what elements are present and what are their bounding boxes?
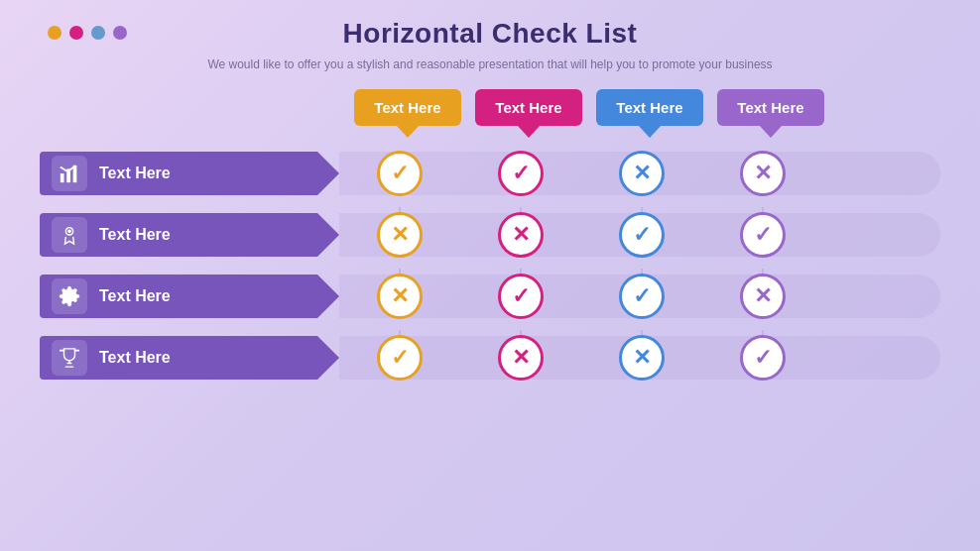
row-label-text-3: Text Here (99, 287, 171, 305)
data-row-3: Text Here✕✓✓✕ (40, 269, 940, 324)
data-rows: Text Here✓✓✕✕Text Here✕✕✓✓Text Here✕✓✓✕T… (40, 146, 940, 386)
decorative-dots (48, 26, 127, 40)
row-label-text-2: Text Here (99, 226, 171, 244)
row-label-1: Text Here (40, 152, 317, 195)
row-track-1: ✓✓✕✕ (339, 152, 940, 195)
col-header-label-2: Text Here (475, 89, 582, 126)
cell-r2-c1: ✕ (339, 212, 460, 258)
check-circle-r1-c4: ✕ (740, 151, 786, 196)
dot-1 (48, 26, 61, 40)
cell-r3-c2: ✓ (460, 274, 581, 319)
col-header-2: Text Here (468, 89, 589, 126)
check-circle-r3-c3: ✓ (619, 274, 665, 319)
circle-cells-1: ✓✓✕✕ (339, 152, 940, 195)
check-circle-r1-c3: ✕ (619, 151, 665, 196)
col-header-4: Text Here (710, 89, 831, 126)
main-content: Text HereText HereText HereText Here Tex… (40, 89, 940, 386)
col-header-label-4: Text Here (717, 89, 824, 126)
cell-r2-c3: ✓ (581, 212, 702, 258)
subtitle: We would like to offer you a stylish and… (40, 57, 940, 71)
row-label-3: Text Here (40, 275, 317, 318)
circle-cells-4: ✓✕✕✓ (339, 336, 940, 380)
row-icon-1 (52, 156, 87, 191)
row-icon-3 (52, 278, 87, 314)
circle-cells-3: ✕✓✓✕ (339, 275, 940, 318)
row-label-4: Text Here (40, 336, 317, 380)
header-row: Text HereText HereText HereText Here (347, 89, 940, 126)
circle-cells-2: ✕✕✓✓ (339, 213, 940, 257)
cell-r1-c2: ✓ (460, 151, 581, 196)
cell-r1-c4: ✕ (702, 151, 823, 196)
dot-3 (91, 26, 105, 40)
col-header-3: Text Here (589, 89, 710, 126)
check-circle-r3-c1: ✕ (377, 274, 423, 319)
svg-point-4 (67, 230, 71, 234)
cell-r4-c4: ✓ (702, 335, 823, 381)
cell-r2-c4: ✓ (702, 212, 823, 258)
check-circle-r2-c2: ✕ (498, 212, 544, 258)
cell-r2-c2: ✕ (460, 212, 581, 258)
dot-2 (69, 26, 83, 40)
row-track-3: ✕✓✓✕ (339, 275, 940, 318)
check-circle-r1-c2: ✓ (498, 151, 544, 196)
row-label-text-1: Text Here (99, 165, 171, 182)
check-circle-r2-c4: ✓ (740, 212, 786, 258)
row-icon-4 (52, 340, 87, 376)
page-title: Horizontal Check List (40, 18, 940, 50)
check-circle-r3-c4: ✕ (740, 274, 786, 319)
data-row-2: Text Here✕✕✓✓ (40, 207, 940, 263)
check-circle-r4-c3: ✕ (619, 335, 665, 381)
check-circle-r2-c1: ✕ (377, 212, 423, 258)
check-circle-r1-c1: ✓ (377, 151, 423, 196)
cell-r3-c1: ✕ (339, 274, 460, 319)
check-circle-r4-c4: ✓ (740, 335, 786, 381)
cell-r4-c3: ✕ (581, 335, 702, 381)
row-icon-2 (52, 217, 87, 253)
cell-r4-c2: ✕ (460, 335, 581, 381)
check-circle-r4-c1: ✓ (377, 335, 423, 381)
dot-4 (113, 26, 127, 40)
col-header-label-1: Text Here (354, 89, 461, 126)
check-circle-r4-c2: ✕ (498, 335, 544, 381)
row-label-text-4: Text Here (99, 349, 171, 367)
cell-r1-c3: ✕ (581, 151, 702, 196)
data-row-1: Text Here✓✓✕✕ (40, 146, 940, 201)
cell-r4-c1: ✓ (339, 335, 460, 381)
col-header-1: Text Here (347, 89, 468, 126)
page: Horizontal Check List We would like to o… (0, 0, 980, 551)
cell-r3-c4: ✕ (702, 274, 823, 319)
row-label-2: Text Here (40, 213, 317, 257)
col-header-label-3: Text Here (596, 89, 703, 126)
check-circle-r2-c3: ✓ (619, 212, 665, 258)
cell-r3-c3: ✓ (581, 274, 702, 319)
row-track-2: ✕✕✓✓ (339, 213, 940, 257)
cell-r1-c1: ✓ (339, 151, 460, 196)
data-row-4: Text Here✓✕✕✓ (40, 330, 940, 386)
row-track-4: ✓✕✕✓ (339, 336, 940, 380)
check-circle-r3-c2: ✓ (498, 274, 544, 319)
svg-rect-0 (61, 173, 64, 182)
